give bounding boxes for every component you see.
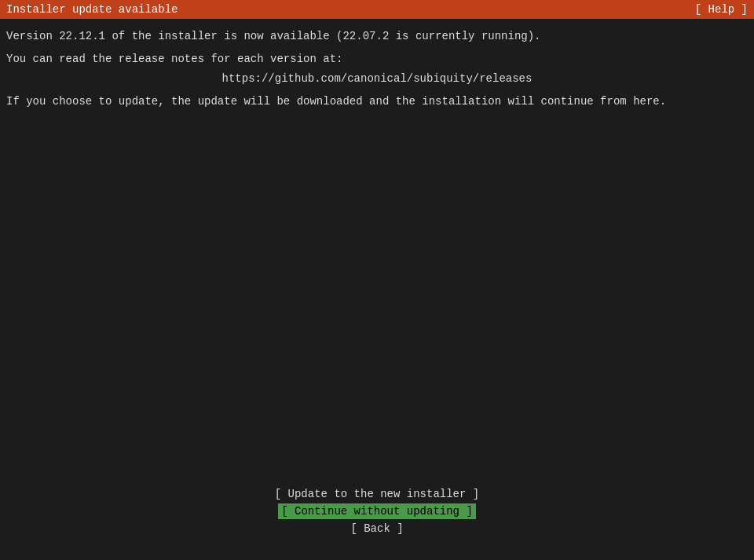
release-notes-line: You can read the release notes for each … bbox=[6, 51, 748, 68]
update-info-line: If you choose to update, the update will… bbox=[6, 93, 748, 110]
update-button[interactable]: [ Update to the new installer ] bbox=[272, 486, 482, 502]
continue-without-updating-button[interactable]: [ Continue without updating ] bbox=[278, 503, 476, 519]
title-bar: Installer update available [ Help ] bbox=[0, 0, 754, 19]
version-info-line: Version 22.12.1 of the installer is now … bbox=[6, 28, 748, 45]
url-line: https://github.com/canonical/subiquity/r… bbox=[6, 71, 748, 87]
buttons-area: [ Update to the new installer ] [ Contin… bbox=[0, 486, 754, 536]
back-button[interactable]: [ Back ] bbox=[347, 521, 406, 536]
help-button[interactable]: [ Help ] bbox=[695, 3, 748, 16]
window-title: Installer update available bbox=[6, 3, 178, 16]
main-content: Version 22.12.1 of the installer is now … bbox=[0, 19, 754, 119]
